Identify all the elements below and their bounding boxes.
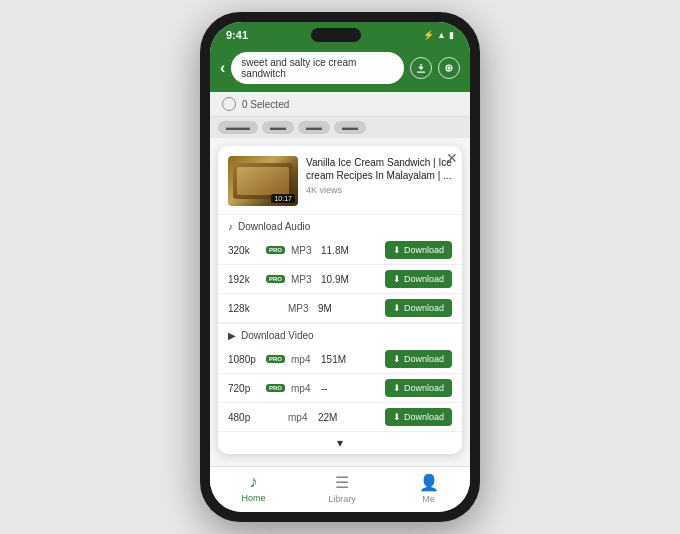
format-mp4-480p: mp4: [288, 412, 314, 423]
phone-screen: 9:41 ⚡ ▲ ▮ ‹ sweet and salty ice cream s…: [210, 22, 470, 512]
search-input-wrap[interactable]: sweet and salty ice cream sandwitch: [231, 52, 404, 84]
size-1080p: 151M: [321, 354, 381, 365]
audio-row-128k: 128k MP3 9M ⬇ Download: [218, 294, 462, 323]
pro-badge-192k: PRO: [266, 275, 285, 283]
download-btn-720p[interactable]: ⬇ Download: [385, 379, 452, 397]
video-row-1080p: 1080p PRO mp4 151M ⬇ Download: [218, 345, 462, 374]
bluetooth-icon: ⚡: [423, 30, 434, 40]
download-arrow-icon-3: ⬇: [393, 303, 401, 313]
nav-item-me[interactable]: 👤 Me: [419, 473, 439, 504]
music-icon-btn[interactable]: [438, 57, 460, 79]
download-btn-320k[interactable]: ⬇ Download: [385, 241, 452, 259]
download-modal: ✕ 10:17 Vanilla Ice Cream Sandwich | Ice…: [218, 146, 462, 454]
video-title: Vanilla Ice Cream Sandwich | Ice cream R…: [306, 156, 452, 182]
quality-128k: 128k: [228, 303, 262, 314]
download-label-1080p: Download: [404, 354, 444, 364]
nav-label-home: Home: [241, 493, 265, 503]
phone-frame: 9:41 ⚡ ▲ ▮ ‹ sweet and salty ice cream s…: [200, 12, 480, 522]
video-section-label: Download Video: [241, 330, 314, 341]
download-icon-btn[interactable]: [410, 57, 432, 79]
size-720p: --: [321, 383, 381, 394]
quality-320k: 320k: [228, 245, 262, 256]
nav-label-me: Me: [422, 494, 435, 504]
size-192k: 10.9M: [321, 274, 381, 285]
video-info-row: 10:17 Vanilla Ice Cream Sandwich | Ice c…: [218, 146, 462, 214]
thumbnail-wrap: 10:17: [228, 156, 298, 206]
notch: [311, 28, 361, 42]
tab-chip-1[interactable]: ▬▬▬: [218, 121, 258, 134]
audio-section-label: Download Audio: [238, 221, 310, 232]
nav-item-library[interactable]: ☰ Library: [328, 473, 356, 504]
download-btn-128k[interactable]: ⬇ Download: [385, 299, 452, 317]
video-cam-icon: ▶: [228, 330, 236, 341]
battery-icon: ▮: [449, 30, 454, 40]
format-mp4-1080p: mp4: [291, 354, 317, 365]
download-label-720p: Download: [404, 383, 444, 393]
quality-192k: 192k: [228, 274, 262, 285]
audio-row-192k: 192k PRO MP3 10.9M ⬇ Download: [218, 265, 462, 294]
video-views: 4K views: [306, 185, 452, 195]
quality-1080p: 1080p: [228, 354, 262, 365]
home-icon: ♪: [249, 473, 257, 491]
download-label-320k: Download: [404, 245, 444, 255]
download-label-128k: Download: [404, 303, 444, 313]
format-mp3-320k: MP3: [291, 245, 317, 256]
video-section-header: ▶ Download Video: [218, 323, 462, 345]
selected-bar: 0 Selected: [210, 92, 470, 117]
format-mp3-128k: MP3: [288, 303, 314, 314]
quality-480p: 480p: [228, 412, 262, 423]
download-btn-192k[interactable]: ⬇ Download: [385, 270, 452, 288]
search-action-icons: [410, 57, 460, 79]
status-bar: 9:41 ⚡ ▲ ▮: [210, 22, 470, 46]
audio-row-320k: 320k PRO MP3 11.8M ⬇ Download: [218, 236, 462, 265]
tabs-strip: ▬▬▬ ▬▬ ▬▬ ▬▬: [210, 117, 470, 138]
nav-label-library: Library: [328, 494, 356, 504]
video-row-480p: 480p mp4 22M ⬇ Download: [218, 403, 462, 432]
status-icons: ⚡ ▲ ▮: [423, 30, 454, 40]
download-arrow-icon-5: ⬇: [393, 383, 401, 393]
content-area: ✕ 10:17 Vanilla Ice Cream Sandwich | Ice…: [210, 138, 470, 466]
video-meta: Vanilla Ice Cream Sandwich | Ice cream R…: [306, 156, 452, 195]
size-128k: 9M: [318, 303, 381, 314]
audio-section-header: ♪ Download Audio: [218, 214, 462, 236]
svg-point-2: [448, 67, 450, 69]
svg-point-1: [446, 65, 452, 71]
tab-chip-4[interactable]: ▬▬: [334, 121, 366, 134]
chevron-down-icon: ▾: [218, 432, 462, 454]
status-time: 9:41: [226, 29, 248, 41]
size-320k: 11.8M: [321, 245, 381, 256]
size-480p: 22M: [318, 412, 381, 423]
pro-badge-720p: PRO: [266, 384, 285, 392]
download-btn-480p[interactable]: ⬇ Download: [385, 408, 452, 426]
wifi-icon: ▲: [437, 30, 446, 40]
nav-item-home[interactable]: ♪ Home: [241, 473, 265, 504]
tab-chip-2[interactable]: ▬▬: [262, 121, 294, 134]
download-label-480p: Download: [404, 412, 444, 422]
video-duration: 10:17: [271, 194, 295, 203]
download-arrow-icon-6: ⬇: [393, 412, 401, 422]
pro-badge-320k: PRO: [266, 246, 285, 254]
music-note-icon: ♪: [228, 221, 233, 232]
video-row-720p: 720p PRO mp4 -- ⬇ Download: [218, 374, 462, 403]
close-button[interactable]: ✕: [446, 150, 458, 166]
bottom-navigation: ♪ Home ☰ Library 👤 Me: [210, 466, 470, 512]
format-mp4-720p: mp4: [291, 383, 317, 394]
download-btn-1080p[interactable]: ⬇ Download: [385, 350, 452, 368]
quality-720p: 720p: [228, 383, 262, 394]
download-arrow-icon-4: ⬇: [393, 354, 401, 364]
selected-circle-icon: [222, 97, 236, 111]
tab-chip-3[interactable]: ▬▬: [298, 121, 330, 134]
format-mp3-192k: MP3: [291, 274, 317, 285]
library-icon: ☰: [335, 473, 349, 492]
pro-badge-1080p: PRO: [266, 355, 285, 363]
back-button[interactable]: ‹: [220, 59, 225, 77]
download-label-192k: Download: [404, 274, 444, 284]
download-arrow-icon: ⬇: [393, 245, 401, 255]
selected-count: 0 Selected: [242, 99, 289, 110]
search-query-text: sweet and salty ice cream sandwitch: [241, 57, 394, 79]
download-arrow-icon-2: ⬇: [393, 274, 401, 284]
person-icon: 👤: [419, 473, 439, 492]
search-bar: ‹ sweet and salty ice cream sandwitch: [210, 46, 470, 92]
